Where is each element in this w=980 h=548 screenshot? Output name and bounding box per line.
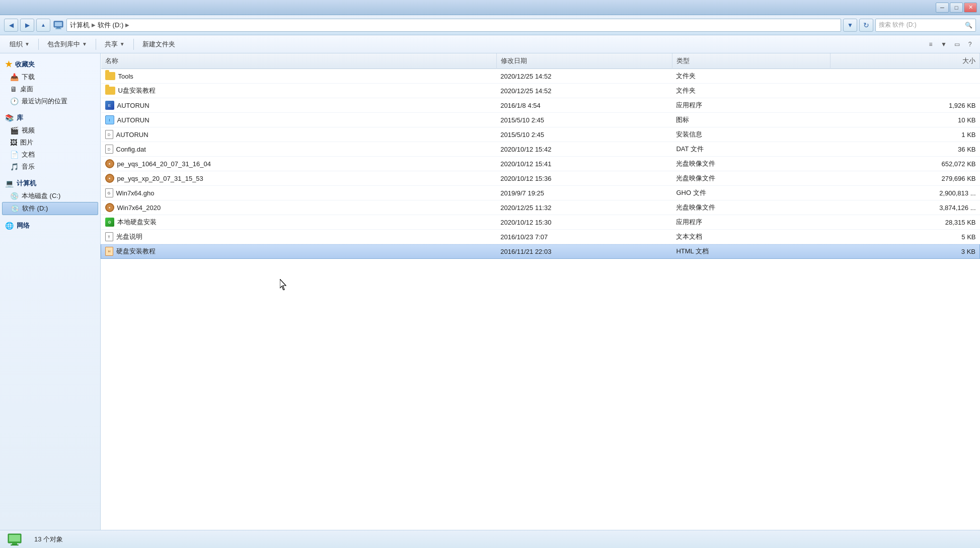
table-row[interactable]: D AUTORUN 2015/5/10 2:45 安装信息 1 KB: [101, 127, 980, 142]
sidebar-item-video[interactable]: 🎬 视频: [2, 124, 98, 136]
file-name: 本地硬盘安装: [117, 218, 157, 227]
sidebar-item-music[interactable]: 🎵 音乐: [2, 161, 98, 173]
sidebar-item-pictures[interactable]: 🖼 图片: [2, 136, 98, 149]
table-row[interactable]: ● Win7x64_2020 2020/12/25 11:32 光盘映像文件 3…: [101, 200, 980, 215]
file-name-cell[interactable]: ⚙ 本地硬盘安装: [101, 215, 497, 230]
sidebar-item-drive-d[interactable]: 💿 软件 (D:): [2, 202, 98, 215]
col-name[interactable]: 名称: [101, 53, 497, 69]
address-bar: ◀ ▶ ▲ 计算机 ▶ 软件 (D:) ▶ ▼ ↻ 搜索 软件 (D:) 🔍: [0, 15, 980, 35]
file-modified: 2016/10/23 7:07: [496, 230, 672, 244]
drive-d-label: 软件 (D:): [22, 204, 48, 213]
view-list-button[interactable]: ≡: [925, 38, 937, 50]
library-label: 库: [17, 113, 23, 122]
breadcrumb[interactable]: 计算机 ▶ 软件 (D:) ▶: [66, 19, 841, 32]
back-button[interactable]: ◀: [4, 19, 18, 32]
file-name-cell[interactable]: D Config.dat: [101, 142, 497, 157]
include-button[interactable]: 包含到库中 ▼: [42, 37, 93, 51]
sidebar: ★ 收藏夹 📥 下载 🖥 桌面 🕐 最近访问的位置 📚 库: [0, 53, 101, 530]
file-name-cell[interactable]: D AUTORUN: [101, 127, 497, 142]
computer-section: 💻 计算机 💿 本地磁盘 (C:) 💿 软件 (D:): [2, 177, 98, 215]
refresh-button[interactable]: ↻: [859, 19, 873, 32]
table-row[interactable]: ● pe_yqs_1064_20_07_31_16_04 2020/10/12 …: [101, 157, 980, 171]
sidebar-item-recent[interactable]: 🕐 最近访问的位置: [2, 95, 98, 107]
music-label: 音乐: [22, 162, 35, 171]
share-button[interactable]: 共享 ▼: [99, 37, 130, 51]
share-label: 共享: [105, 40, 118, 49]
table-row[interactable]: E AUTORUN 2016/1/8 4:54 应用程序 1,926 KB: [101, 98, 980, 113]
svg-rect-2: [56, 27, 60, 28]
include-dropdown-icon: ▼: [82, 41, 87, 47]
separator-2: [96, 39, 96, 50]
pictures-label: 图片: [20, 138, 33, 147]
file-name: Win7x64.gho: [116, 189, 155, 197]
file-name-cell[interactable]: U盘安装教程: [101, 84, 497, 98]
file-name: AUTORUN: [117, 102, 149, 109]
col-type[interactable]: 类型: [672, 53, 830, 69]
file-name-cell[interactable]: Tools: [101, 69, 497, 84]
file-modified: 2016/1/8 4:54: [496, 98, 672, 113]
table-row[interactable]: G Win7x64.gho 2019/9/7 19:25 GHO 文件 2,90…: [101, 186, 980, 200]
help-button[interactable]: ?: [964, 38, 976, 50]
folder-icon: [105, 72, 115, 80]
file-type: 光盘映像文件: [672, 171, 830, 186]
file-name-cell[interactable]: I AUTORUN: [101, 113, 497, 127]
breadcrumb-computer[interactable]: 计算机: [70, 21, 90, 30]
file-name-cell[interactable]: ● pe_yqs_xp_20_07_31_15_53: [101, 171, 497, 186]
video-label: 视频: [22, 126, 35, 135]
favorites-section: ★ 收藏夹 📥 下载 🖥 桌面 🕐 最近访问的位置: [2, 57, 98, 107]
file-name: Tools: [118, 73, 133, 80]
table-row[interactable]: ● pe_yqs_xp_20_07_31_15_53 2020/10/12 15…: [101, 171, 980, 186]
maximize-button[interactable]: □: [950, 3, 963, 13]
col-modified[interactable]: 修改日期: [496, 53, 672, 69]
file-type: 图标: [672, 113, 830, 127]
file-type: 文本文档: [672, 230, 830, 244]
file-size: 652,072 KB: [831, 157, 980, 171]
table-row[interactable]: Tools 2020/12/25 14:52 文件夹: [101, 69, 980, 84]
music-icon: 🎵: [10, 163, 19, 171]
file-name: 硬盘安装教程: [116, 247, 156, 256]
table-row[interactable]: ⚙ 本地硬盘安装 2020/10/12 15:30 应用程序 28,315 KB: [101, 215, 980, 230]
forward-button[interactable]: ▶: [20, 19, 34, 32]
documents-label: 文档: [22, 150, 35, 159]
search-icon[interactable]: 🔍: [965, 22, 972, 29]
file-name-cell[interactable]: ● pe_yqs_1064_20_07_31_16_04: [101, 157, 497, 171]
file-type: 应用程序: [672, 215, 830, 230]
preview-pane-button[interactable]: ▭: [951, 38, 963, 50]
table-row[interactable]: T 光盘说明 2016/10/23 7:07 文本文档 5 KB: [101, 230, 980, 244]
up-button[interactable]: ▲: [36, 19, 50, 32]
file-name: AUTORUN: [117, 116, 149, 124]
favorites-header: ★ 收藏夹: [2, 57, 98, 71]
breadcrumb-drive[interactable]: 软件 (D:): [98, 21, 123, 30]
download-icon: 📥: [10, 73, 19, 81]
file-name-cell[interactable]: ● Win7x64_2020: [101, 200, 497, 215]
sidebar-item-documents[interactable]: 📄 文档: [2, 149, 98, 161]
file-size: 279,696 KB: [831, 171, 980, 186]
file-size: 36 KB: [831, 142, 980, 157]
view-dropdown-button[interactable]: ▼: [938, 38, 950, 50]
network-header[interactable]: 🌐 网络: [2, 219, 98, 232]
network-icon: 🌐: [5, 222, 14, 230]
close-button[interactable]: ✕: [964, 3, 977, 13]
table-row[interactable]: I AUTORUN 2015/5/10 2:45 图标 10 KB: [101, 113, 980, 127]
file-name-cell[interactable]: H 硬盘安装教程: [101, 244, 497, 259]
sidebar-item-download[interactable]: 📥 下载: [2, 71, 98, 83]
search-bar[interactable]: 搜索 软件 (D:) 🔍: [875, 19, 976, 32]
sidebar-item-drive-c[interactable]: 💿 本地磁盘 (C:): [2, 190, 98, 202]
table-row[interactable]: U盘安装教程 2020/12/25 14:52 文件夹: [101, 84, 980, 98]
sidebar-item-desktop[interactable]: 🖥 桌面: [2, 83, 98, 95]
table-row[interactable]: D Config.dat 2020/10/12 15:42 DAT 文件 36 …: [101, 142, 980, 157]
file-name-cell[interactable]: E AUTORUN: [101, 98, 497, 113]
file-name-cell[interactable]: T 光盘说明: [101, 230, 497, 244]
file-modified: 2020/10/12 15:41: [496, 157, 672, 171]
organize-button[interactable]: 组织 ▼: [4, 37, 35, 51]
iso-icon: ●: [105, 203, 114, 212]
file-name-cell[interactable]: G Win7x64.gho: [101, 186, 497, 200]
table-row[interactable]: H 硬盘安装教程 2016/11/21 22:03 HTML 文档 3 KB: [101, 244, 980, 259]
breadcrumb-dropdown[interactable]: ▼: [843, 19, 857, 32]
file-type: GHO 文件: [672, 186, 830, 200]
col-size[interactable]: 大小: [831, 53, 980, 69]
svg-rect-3: [55, 28, 61, 29]
minimize-button[interactable]: ─: [936, 3, 949, 13]
file-size: 10 KB: [831, 113, 980, 127]
new-folder-button[interactable]: 新建文件夹: [137, 37, 181, 51]
